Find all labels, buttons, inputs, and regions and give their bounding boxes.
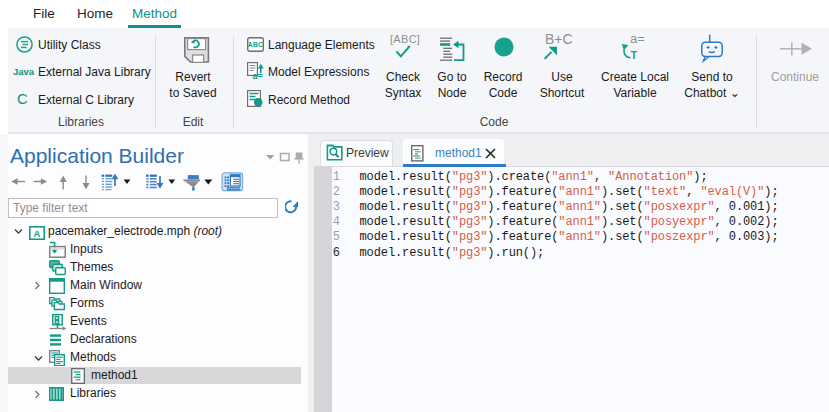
svg-text:A: A (34, 227, 41, 238)
svg-text:T: T (631, 49, 638, 60)
svg-text:ABC: ABC (248, 41, 263, 48)
svg-text:a=: a= (253, 71, 263, 80)
